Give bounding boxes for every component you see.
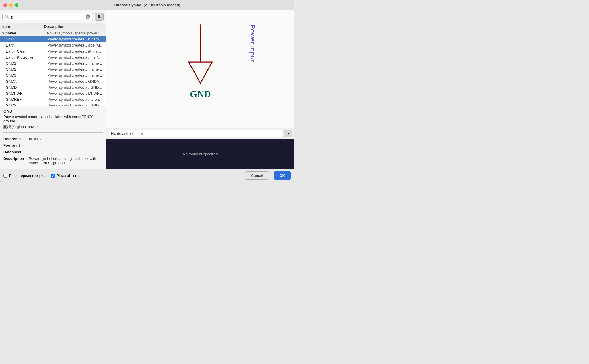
ok-button[interactable]: OK <box>274 171 291 180</box>
column-item-header: Item <box>2 24 44 29</box>
search-bar: 🔍 ✕ ⇅ <box>0 10 106 23</box>
power-input-label: Power input <box>249 24 257 62</box>
info-full-desc-field: Description Power symbol creates a globa… <box>3 156 103 165</box>
info-footprint-field: Footprint <box>3 143 103 148</box>
info-description: Power symbol creates a global label with… <box>3 115 103 123</box>
item-desc-gnd: Power symbol creates ...h name "GND" , g… <box>47 37 104 41</box>
cancel-button[interactable]: Cancel <box>245 171 269 180</box>
item-desc-gndref: Power symbol creates a...ference supply … <box>47 97 104 102</box>
list-item-gnd[interactable]: GND Power symbol creates ...h name "GND"… <box>0 36 106 42</box>
info-reference-field: Reference #PWR? <box>3 137 103 141</box>
table-header: Item Description <box>0 23 106 30</box>
reference-label: Reference <box>3 137 26 141</box>
place-repeated-checkbox[interactable] <box>3 174 7 178</box>
footprint-preview: No footprint specified <box>106 139 294 169</box>
item-desc-gnd2: Power symbol creates ... name "GND2" , g… <box>47 67 104 71</box>
item-desc-gnda: Power symbol creates ...GNDA" , analog g… <box>47 79 104 84</box>
info-keywords: 關鍵字: global power <box>3 124 103 129</box>
group-name-power: power <box>5 31 47 35</box>
item-desc-gnds: Power symbol creates a...GNDS" , signal … <box>47 103 104 106</box>
info-divider <box>3 132 103 133</box>
list-item-gnd1[interactable]: GND1 Power symbol creates ... name "GND1… <box>0 60 106 66</box>
item-name-gndpwr: GNDPWR <box>6 91 47 96</box>
list-item-gnda[interactable]: GNDA Power symbol creates ...GNDA" , ana… <box>0 78 106 84</box>
maximize-button[interactable] <box>15 3 18 7</box>
list-item-gndpwr[interactable]: GNDPWR Power symbol creates ...DPWR" , g… <box>0 90 106 96</box>
symbol-svg: Power input GND <box>106 10 294 128</box>
reference-value: #PWR? <box>29 137 42 141</box>
footprint-arrow-button[interactable]: ▾ <box>284 130 292 137</box>
item-name-gnd2: GND2 <box>6 67 47 71</box>
group-desc-power: Power symbols, special power flags <box>47 31 104 35</box>
info-symbol-name: GND <box>3 109 103 113</box>
chevron-icon: ▾ <box>2 31 4 35</box>
item-desc-earth: Power symbol creates ...abel with name "… <box>47 43 104 47</box>
right-panel: Power input GND No default footprint ▾ <box>106 10 294 169</box>
minimize-button[interactable] <box>9 3 13 7</box>
list-item-gndref[interactable]: GNDREF Power symbol creates a...ference … <box>0 96 106 102</box>
item-name-gnd3: GND3 <box>6 73 47 78</box>
item-desc-gnd1: Power symbol creates ... name "GND1" , g… <box>47 61 104 65</box>
clear-button[interactable]: ✕ <box>86 14 90 19</box>
search-icon: 🔍 <box>5 15 9 19</box>
footprint-selector: No default footprint ▾ <box>106 128 294 139</box>
list-item-earth[interactable]: Earth Power symbol creates ...abel with … <box>0 42 106 48</box>
info-panel: GND Power symbol creates a global label … <box>0 106 106 169</box>
list-item-earth-protective[interactable]: Earth_Protective Power symbol creates a.… <box>0 54 106 60</box>
item-desc-gndd: Power symbol creates a...GNDD" , digital… <box>47 85 104 90</box>
item-name-gndref: GNDREF <box>6 97 47 102</box>
list-item-earth-clean[interactable]: Earth_Clean Power symbol creates ...ith … <box>0 48 106 54</box>
list-item-gndd[interactable]: GNDD Power symbol creates a...GNDD" , di… <box>0 84 106 90</box>
item-name-earth-clean: Earth_Clean <box>6 49 47 53</box>
item-name-gnd: GND <box>6 37 47 41</box>
item-desc-earth-protective: Power symbol creates a...me "Earth_Prote… <box>47 55 104 59</box>
keywords-label: 關鍵字: <box>3 125 16 129</box>
title-bar: Choose Symbol (21101 items loaded) <box>0 0 294 10</box>
bottom-bar: Place repeated copies Place all units Ca… <box>0 169 294 182</box>
gnd-text: GND <box>190 89 211 99</box>
no-footprint-text: No footprint specified <box>183 152 218 156</box>
filter-button[interactable]: ⇅ <box>95 13 104 21</box>
search-wrapper[interactable]: 🔍 ✕ <box>2 13 93 20</box>
full-desc-value: Power symbol creates a global label with… <box>29 156 103 165</box>
footprint-dropdown[interactable]: No default footprint <box>109 130 282 137</box>
item-name-gndd: GNDD <box>6 85 47 90</box>
place-repeated-checkbox-wrapper[interactable]: Place repeated copies <box>3 173 46 178</box>
place-units-checkbox-wrapper[interactable]: Place all units <box>51 173 80 178</box>
place-repeated-label: Place repeated copies <box>9 173 46 178</box>
item-name-earth: Earth <box>6 43 47 47</box>
item-name-gnd1: GND1 <box>6 61 47 65</box>
info-datasheet-field: Datasheet <box>3 150 103 154</box>
place-units-label: Place all units <box>57 173 80 178</box>
list-item-gnd3[interactable]: GND3 Power symbol creates ... name "GND3… <box>0 72 106 78</box>
full-desc-label: Description <box>3 156 26 165</box>
search-input[interactable] <box>11 15 84 19</box>
main-content: 🔍 ✕ ⇅ Item Description ▾ power Power sym… <box>0 10 294 169</box>
symbol-preview: Power input GND <box>106 10 294 128</box>
left-panel: 🔍 ✕ ⇅ Item Description ▾ power Power sym… <box>0 10 106 169</box>
item-name-gnda: GNDA <box>6 79 47 84</box>
list-item-gnd2[interactable]: GND2 Power symbol creates ... name "GND2… <box>0 66 106 72</box>
footprint-label: Footprint <box>3 143 26 148</box>
item-desc-gnd3: Power symbol creates ... name "GND3" , g… <box>47 73 104 78</box>
group-header-power[interactable]: ▾ power Power symbols, special power fla… <box>0 30 106 36</box>
window-controls <box>3 3 18 7</box>
item-name-gnds: GNDS <box>6 103 47 106</box>
symbol-list[interactable]: ▾ power Power symbols, special power fla… <box>0 30 106 106</box>
column-desc-header: Description <box>44 24 104 29</box>
dialog-title: Choose Symbol (21101 items loaded) <box>114 3 180 7</box>
place-units-checkbox[interactable] <box>51 174 55 178</box>
item-name-earth-protective: Earth_Protective <box>6 55 47 59</box>
item-desc-earth-clean: Power symbol creates ...ith name "Earth_… <box>47 49 104 53</box>
list-item-gnds[interactable]: GNDS Power symbol creates a...GNDS" , si… <box>0 102 106 106</box>
gnd-triangle <box>189 62 212 83</box>
close-button[interactable] <box>3 3 7 7</box>
keywords-value: global power <box>17 125 38 129</box>
datasheet-label: Datasheet <box>3 150 26 154</box>
choose-symbol-dialog: Choose Symbol (21101 items loaded) 🔍 ✕ ⇅… <box>0 0 294 182</box>
item-desc-gndpwr: Power symbol creates ...DPWR" , global g… <box>47 91 104 96</box>
